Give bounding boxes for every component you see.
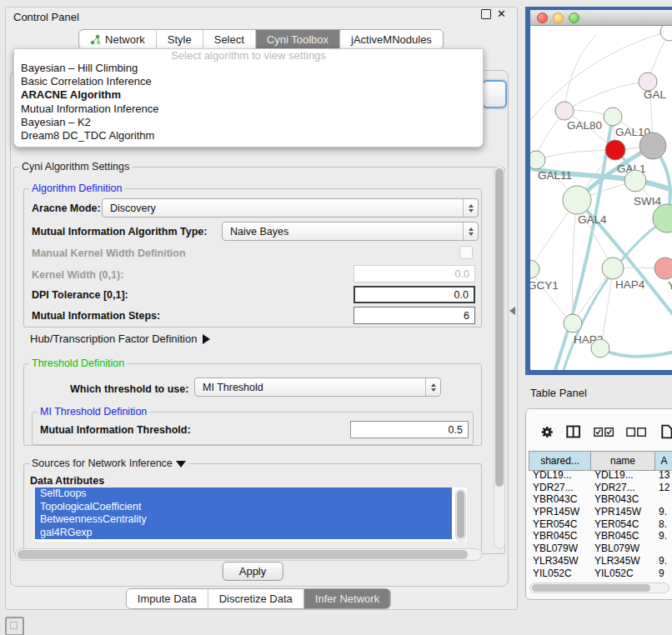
table-row[interactable]: YDR27...YDR27...12 — [529, 482, 672, 494]
table-cell: YDL19... — [529, 469, 590, 482]
table-row[interactable]: YLR345WYLR345W9. — [529, 555, 672, 568]
network-node-gal11[interactable] — [530, 151, 545, 169]
network-edge[interactable] — [555, 117, 613, 370]
settings-horizontal-scrollbar[interactable] — [15, 548, 482, 561]
settings-horizontal-scrollbar-thumb[interactable] — [18, 550, 468, 559]
minimize-traffic-light-icon[interactable] — [553, 12, 564, 23]
attribute-list-scrollbar-thumb[interactable] — [457, 491, 464, 538]
attribute-item[interactable]: SelfLoops — [35, 488, 452, 501]
table-row[interactable]: YER054CYER054C8. — [529, 518, 672, 531]
cyni-algorithm-settings-legend: Cyni Algorithm Settings — [19, 161, 132, 172]
network-edge[interactable] — [536, 150, 615, 160]
table-row[interactable]: YPR145WYPR145W9. — [529, 506, 672, 518]
table-cell: YBL079W — [529, 542, 590, 555]
table-row[interactable]: YIL052CYIL052C9 — [529, 568, 672, 580]
manual-kernel-width-label: Manual Kernel Width Definition — [32, 248, 186, 259]
tab-discretize-data[interactable]: Discretize Data — [208, 589, 304, 608]
network-node-gal10[interactable] — [604, 108, 622, 126]
network-node[interactable] — [660, 26, 672, 41]
network-edge[interactable] — [564, 82, 648, 111]
network-graph[interactable]: GALGAL80GAL10GAL1GAL11SWI4GAL4GCY1HAP4YH… — [530, 26, 672, 370]
network-node[interactable] — [653, 204, 672, 232]
table-cell: YDR27... — [529, 482, 590, 494]
settings-vertical-scrollbar[interactable] — [494, 166, 505, 549]
algorithm-option-bayesian-k2[interactable]: Bayesian – K2 — [14, 116, 483, 129]
tab-style[interactable]: Style — [157, 30, 203, 49]
network-node-gal4[interactable] — [563, 186, 591, 214]
node-label: SWI4 — [634, 195, 661, 208]
network-edge[interactable] — [600, 348, 672, 357]
algorithm-option-dream8-dc-tdc-algorithm[interactable]: Dream8 DC_TDC Algorithm — [14, 129, 483, 142]
settings-vertical-scrollbar-thumb[interactable] — [495, 168, 504, 487]
table-panel-window: shared...nameA YDL19...YDL19...13YDR27..… — [525, 408, 672, 600]
algorithm-dropdown-popup: Select algorithm to view settings Bayesi… — [13, 48, 484, 148]
algorithm-dropdown-prompt: Select algorithm to view settings — [14, 49, 483, 62]
table-cell: 8. — [654, 518, 672, 531]
tab-jactivemnodules[interactable]: jActiveMNodules — [340, 30, 443, 49]
algorithm-option-bayesian-hill-climbing[interactable]: Bayesian – Hill Climbing — [14, 62, 483, 75]
split-columns-icon[interactable] — [566, 424, 580, 439]
deselect-checkboxes-icon[interactable] — [626, 427, 646, 438]
tab-network[interactable]: Network — [79, 30, 157, 49]
attribute-item[interactable]: gal4RGexp — [35, 527, 452, 540]
tab-infer-network[interactable]: Infer Network — [304, 589, 390, 608]
table-horizontal-scrollbar[interactable] — [529, 582, 669, 593]
table-row[interactable]: YBR045CYBR045C9. — [529, 530, 672, 542]
which-threshold-select[interactable]: MI Threshold — [194, 378, 441, 397]
network-canvas[interactable]: GALGAL80GAL10GAL1GAL11SWI4GAL4GCY1HAP4YH… — [530, 26, 672, 370]
table-row[interactable]: YDL19...YDL19...13 — [529, 469, 672, 482]
manual-kernel-width-checkbox[interactable] — [459, 246, 473, 259]
tab-select[interactable]: Select — [203, 30, 256, 49]
close-traffic-light-icon[interactable] — [537, 12, 548, 23]
apply-button[interactable]: Apply — [223, 562, 283, 581]
page-icon[interactable] — [661, 423, 672, 440]
hub-factor-expander[interactable]: Hub/Transcription Factor Definition — [30, 332, 210, 345]
network-node-y[interactable] — [654, 258, 672, 279]
float-window-icon[interactable] — [481, 9, 491, 19]
algorithm-option-mutual-information-inference[interactable]: Mutual Information Inference — [14, 102, 483, 116]
mi-steps-field[interactable]: 6 — [354, 307, 475, 324]
aracne-mode-label: Aracne Mode: — [32, 202, 101, 214]
table-cell: YIL052C — [529, 568, 590, 580]
attribute-item[interactable]: TopologicalCoefficient — [35, 501, 452, 514]
tab-impute-data[interactable]: Impute Data — [127, 589, 208, 608]
network-node-gcy1[interactable] — [530, 260, 539, 278]
select-checkboxes-icon[interactable] — [594, 427, 614, 438]
data-attributes-list[interactable]: SelfLoopsTopologicalCoefficientBetweenne… — [35, 488, 467, 542]
column-header-a[interactable]: A — [654, 452, 672, 470]
network-edge[interactable] — [564, 34, 597, 111]
network-node-swi4[interactable] — [624, 170, 646, 192]
algorithm-option-basic-correlation-inference[interactable]: Basic Correlation Inference — [14, 75, 483, 88]
sources-legend[interactable]: Sources for Network Inference — [29, 458, 188, 469]
mi-algorithm-type-select[interactable]: Naive Bayes — [222, 222, 479, 241]
network-node[interactable] — [639, 132, 666, 159]
network-edge[interactable] — [530, 269, 573, 323]
zoom-traffic-light-icon[interactable] — [569, 12, 579, 23]
attribute-item[interactable]: BetweennessCentrality — [35, 513, 452, 527]
network-window-titlebar[interactable] — [530, 10, 672, 26]
mi-threshold-field[interactable]: 0.5 — [350, 421, 469, 438]
aracne-mode-select[interactable]: Discovery — [102, 198, 479, 218]
inference-algorithm-combo-fragment[interactable] — [482, 80, 507, 108]
network-node[interactable] — [591, 339, 609, 358]
control-panel-tabs: NetworkStyleSelectCyni ToolboxjActiveMNo… — [78, 29, 444, 50]
algorithm-option-aracne-algorithm[interactable]: ARACNE Algorithm — [14, 88, 483, 102]
attribute-list-scrollbar[interactable] — [455, 489, 466, 542]
network-node-gal1[interactable] — [605, 140, 625, 160]
network-node-hap2[interactable] — [564, 314, 582, 332]
panel-splitter-collapse-icon[interactable] — [509, 307, 515, 315]
table-horizontal-scrollbar-thumb[interactable] — [532, 584, 650, 592]
network-node-hap4[interactable] — [602, 258, 624, 279]
window-grip-icon[interactable] — [5, 617, 24, 635]
dpi-tolerance-label: DPI Tolerance [0,1]: — [32, 289, 128, 301]
gear-icon[interactable] — [540, 424, 554, 440]
dpi-tolerance-field[interactable]: 0.0 — [354, 286, 475, 303]
column-header-name[interactable]: name — [590, 452, 654, 470]
kernel-width-field[interactable]: 0.0 — [354, 265, 475, 282]
table-row[interactable]: YBL079WYBL079W — [529, 542, 672, 555]
network-node-gal80[interactable] — [555, 102, 574, 120]
table-row[interactable]: YBR043CYBR043C — [529, 493, 672, 506]
tab-cyni-toolbox[interactable]: Cyni Toolbox — [256, 30, 340, 49]
close-icon[interactable]: ✕ — [497, 10, 506, 18]
column-header-shared-[interactable]: shared... — [529, 452, 590, 470]
